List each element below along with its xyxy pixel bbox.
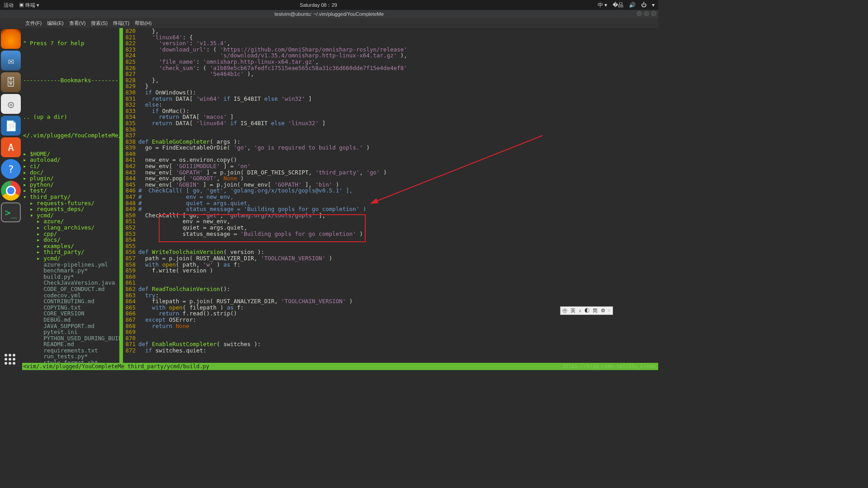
nerdtree-root[interactable]: </.vim/plugged/YouCompleteMe/ — [22, 132, 119, 139]
nerdtree-item[interactable]: ▾ third_party/ — [22, 194, 119, 200]
clock[interactable]: Saturday 08：29 — [39, 2, 598, 9]
code-line: 858 with open( path, 'w' ) as f: — [123, 262, 658, 268]
terminal-app-icon[interactable]: >_ — [1, 202, 21, 222]
nerdtree-item[interactable]: requirements.txt — [22, 347, 119, 354]
help-app-icon[interactable]: ? — [1, 159, 21, 179]
nerdtree-item[interactable]: CODE_OF_CONDUCT.md — [22, 286, 119, 292]
vim-vertical-split[interactable] — [119, 28, 123, 363]
code-text: # CheckCall( [ go, 'get', 'golang.org/x/… — [138, 188, 353, 194]
nerdtree-item[interactable]: run_tests.py* — [22, 353, 119, 360]
code-line: 841 new_env = os.environ.copy() — [123, 157, 658, 163]
code-line: 844 new_env.pop( 'GOROOT', None ) — [123, 175, 658, 182]
nerdtree-item[interactable]: build.py* — [22, 274, 119, 280]
menu-edit[interactable]: 编辑(E) — [45, 20, 66, 27]
line-number: 820 — [123, 28, 138, 34]
code-line: 843 new_env[ 'GOPATH' ] = p.join( DIR_OF… — [123, 169, 658, 176]
code-line: 871def EnableRustCompleter( switches ): — [123, 341, 658, 347]
nerdtree-item[interactable]: azure-pipelines.yml — [22, 262, 119, 268]
code-text: with open( filepath ) as f: — [138, 305, 244, 311]
nerdtree-item[interactable]: ▸ $HOME/ — [22, 151, 119, 157]
nerdtree-item[interactable]: ▸ plugin/ — [22, 175, 119, 182]
code-line: 857 path = p.join( RUST_ANALYZER_DIR, 'T… — [123, 255, 658, 262]
volume-icon[interactable]: 🔊 — [629, 2, 636, 8]
line-number: 844 — [123, 175, 138, 182]
nerdtree-item[interactable]: ▸ autoload/ — [22, 157, 119, 163]
menu-terminal[interactable]: 终端(T) — [111, 20, 131, 27]
code-text: if OnMac(): — [138, 108, 189, 114]
code-text: new_env.pop( 'GOROOT', None ) — [138, 175, 244, 182]
show-applications-icon[interactable] — [5, 354, 17, 366]
ime-indicator[interactable]: ㊥ 英 ♪ ◐ 简 ⚙ ⦂ — [560, 306, 613, 315]
system-menu-dropdown-icon[interactable]: ▾ — [652, 2, 655, 8]
code-line: 820 }, — [123, 28, 658, 34]
line-number: 841 — [123, 157, 138, 163]
nerdtree-item[interactable]: DEBUG.md — [22, 317, 119, 323]
menu-file[interactable]: 文件(F) — [24, 20, 43, 27]
line-number: 839 — [123, 145, 138, 151]
code-line: 856def WriteToolchainVersion( version ): — [123, 249, 658, 255]
thunderbird-app-icon[interactable]: ✉ — [1, 51, 21, 70]
menu-search[interactable]: 搜索(S) — [89, 20, 109, 27]
close-button[interactable]: × — [651, 11, 656, 16]
nerdtree-item[interactable]: ▸ azure/ — [22, 218, 119, 225]
code-text: 'linux64': { — [138, 34, 193, 41]
nerdtree-item[interactable]: CONTRIBUTING.md — [22, 298, 119, 305]
maximize-button[interactable]: □ — [644, 11, 649, 16]
firefox-app-icon[interactable] — [1, 29, 21, 49]
code-text: 'check_sum': ( 'a1b89e5cb67afedfc17515ea… — [138, 65, 407, 71]
line-number: 854 — [123, 237, 138, 243]
code-line: 862def ReadToolchainVersion(): — [123, 286, 658, 292]
nerdtree-item[interactable]: style_format.sh* — [22, 360, 119, 363]
nerdtree-item[interactable]: ▸ python/ — [22, 182, 119, 188]
nerdtree-item[interactable]: README.md — [22, 341, 119, 347]
disks-app-icon[interactable]: ◎ — [1, 94, 21, 114]
nerdtree-item[interactable]: ▸ test/ — [22, 188, 119, 194]
line-number: 852 — [123, 225, 138, 231]
files-app-icon[interactable]: 🗄 — [1, 72, 21, 92]
input-source-indicator[interactable]: 中 ▾ — [598, 1, 607, 9]
nerdtree-item[interactable]: ▸ ci/ — [22, 163, 119, 169]
software-app-icon[interactable]: A — [1, 137, 21, 157]
nerdtree-item[interactable]: benchmark.py* — [22, 267, 119, 274]
line-number: 847 — [123, 194, 138, 200]
code-line: 860 — [123, 274, 658, 280]
code-text: }, — [138, 28, 159, 34]
nerdtree-item[interactable]: ▸ clang_archives/ — [22, 225, 119, 231]
code-text: return f.read().strip() — [138, 310, 237, 317]
nerdtree-item[interactable]: ▸ docs/ — [22, 237, 119, 243]
nerdtree-item[interactable]: ▸ third_party/ — [22, 249, 119, 255]
nerdtree-updir[interactable]: .. (up a dir) — [22, 114, 119, 120]
app-menu[interactable]: ▣ 终端 ▾ — [19, 2, 39, 9]
nerdtree-item[interactable]: ▸ doc/ — [22, 169, 119, 176]
line-number: 835 — [123, 120, 138, 127]
line-number: 829 — [123, 83, 138, 89]
nerdtree-item[interactable]: pytest.ini — [22, 329, 119, 335]
writer-app-icon[interactable]: 📄 — [1, 116, 21, 136]
line-number: 834 — [123, 114, 138, 120]
nerdtree-item[interactable]: codecov.yml — [22, 292, 119, 299]
line-number: 832 — [123, 102, 138, 108]
nerdtree-item[interactable]: PYTHON_USED_DURING_BUILDI — [22, 335, 119, 342]
nerdtree-item[interactable]: ▸ requests-futures/ — [22, 200, 119, 206]
chrome-app-icon[interactable] — [1, 181, 21, 201]
menu-help[interactable]: 帮助(H) — [133, 20, 153, 27]
nerdtree-item[interactable]: ▸ requests_deps/ — [22, 206, 119, 212]
activities-button[interactable]: 活动 — [4, 2, 14, 9]
menu-view[interactable]: 查看(V) — [67, 20, 88, 27]
nerdtree-item[interactable]: JAVA_SUPPORT.md — [22, 323, 119, 329]
nerdtree-item[interactable]: CheckJavaVersion.java — [22, 280, 119, 286]
code-line: 868 return None — [123, 323, 658, 329]
nerdtree-pane[interactable]: " Press ? for help -----------Bookmarks-… — [22, 28, 119, 363]
code-line: 825 'file_name': 'omnisharp.http-linux-x… — [123, 59, 658, 65]
nerdtree-item[interactable]: COPYING.txt — [22, 305, 119, 311]
nerdtree-item[interactable]: ▸ ycmd/ — [22, 255, 119, 262]
minimize-button[interactable]: – — [637, 11, 642, 16]
nerdtree-item[interactable]: CORE_VERSION — [22, 310, 119, 317]
network-icon[interactable]: �品 — [613, 1, 623, 9]
power-icon[interactable]: ⏻ — [641, 2, 646, 8]
code-text: } — [138, 83, 149, 89]
nerdtree-item[interactable]: ▾ ycmd/ — [22, 212, 119, 219]
nerdtree-item[interactable]: ▸ examples/ — [22, 243, 119, 249]
code-text: return DATA[ 'win64' if IS_64BIT else 'w… — [138, 96, 312, 102]
nerdtree-item[interactable]: ▸ cpp/ — [22, 231, 119, 237]
